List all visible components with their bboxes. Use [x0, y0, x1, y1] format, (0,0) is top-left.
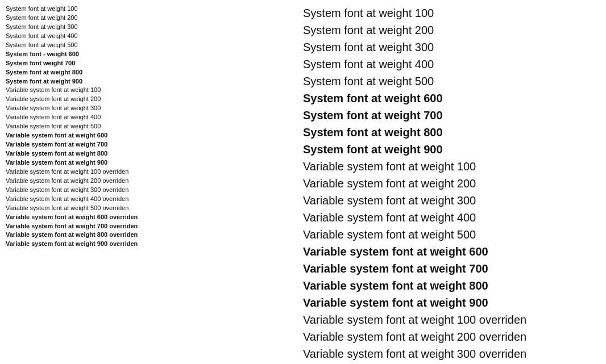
variable-font-sample: Variable system font at weight 500: [6, 122, 292, 131]
variable-font-sample: Variable system font at weight 200: [6, 95, 292, 104]
variable-font-sample-large: Variable system font at weight 100: [303, 158, 589, 175]
system-font-sample-large: System font at weight 600: [303, 90, 589, 107]
system-font-sample-large: System font at weight 100: [303, 5, 589, 22]
system-font-sample: System font at weight 800: [6, 68, 292, 77]
variable-font-sample: Variable system font at weight 600: [6, 131, 292, 140]
system-font-sample: System font at weight 400: [6, 32, 292, 41]
variable-font-sample: Variable system font at weight 100: [6, 86, 292, 95]
variable-overriden-font-sample: Variable system font at weight 200 overr…: [6, 177, 292, 186]
variable-overriden-font-sample: Variable system font at weight 700 overr…: [6, 222, 292, 231]
system-font-sample: System font - weight 600: [6, 50, 292, 59]
system-font-sample: System font at weight 500: [6, 41, 292, 50]
system-font-sample: System font at weight 200: [6, 14, 292, 23]
variable-overriden-font-sample: Variable system font at weight 900 overr…: [6, 240, 292, 249]
system-font-sample-large: System font at weight 300: [303, 39, 589, 56]
variable-overriden-font-sample: Variable system font at weight 400 overr…: [6, 195, 292, 204]
system-font-sample-large: System font at weight 700: [303, 107, 589, 124]
system-font-sample: System font at weight 900: [6, 77, 292, 86]
system-font-sample-large: System font at weight 400: [303, 56, 589, 73]
variable-overriden-font-sample: Variable system font at weight 300 overr…: [6, 186, 292, 195]
variable-font-sample: Variable system font at weight 300: [6, 104, 292, 113]
system-font-sample-large: System font at weight 500: [303, 73, 589, 90]
system-font-sample-large: System font at weight 200: [303, 22, 589, 39]
variable-overriden-font-sample: Variable system font at weight 100 overr…: [6, 168, 292, 177]
variable-overriden-font-sample-large: Variable system font at weight 200 overr…: [303, 328, 589, 345]
variable-font-sample: Variable system font at weight 800: [6, 149, 292, 158]
system-font-sample: System font at weight 300: [6, 23, 292, 32]
variable-overriden-font-sample-large: Variable system font at weight 100 overr…: [303, 311, 589, 328]
variable-font-sample-large: Variable system font at weight 600: [303, 243, 589, 260]
variable-font-sample: Variable system font at weight 900: [6, 158, 292, 168]
variable-font-sample-large: Variable system font at weight 300: [303, 192, 589, 209]
variable-font-sample-large: Variable system font at weight 200: [303, 175, 589, 192]
variable-font-sample: Variable system font at weight 400: [6, 113, 292, 122]
variable-font-sample-large: Variable system font at weight 400: [303, 209, 589, 226]
variable-font-sample-large: Variable system font at weight 900: [303, 294, 589, 311]
variable-overriden-font-sample: Variable system font at weight 500 overr…: [6, 204, 292, 213]
system-font-sample: System font at weight 100: [6, 5, 292, 14]
variable-overriden-font-sample: Variable system font at weight 800 overr…: [6, 231, 292, 240]
variable-font-sample-large: Variable system font at weight 500: [303, 226, 589, 243]
left-column: System font at weight 100System font at …: [6, 5, 303, 364]
variable-font-sample: Variable system font at weight 700: [6, 140, 292, 149]
variable-overriden-font-sample-large: Variable system font at weight 300 overr…: [303, 345, 589, 362]
system-font-sample-large: System font at weight 900: [303, 141, 589, 158]
variable-font-sample-large: Variable system font at weight 800: [303, 277, 589, 294]
right-column: System font at weight 100System font at …: [303, 5, 600, 364]
variable-overriden-font-sample: Variable system font at weight 600 overr…: [6, 213, 292, 222]
variable-font-sample-large: Variable system font at weight 700: [303, 260, 589, 277]
system-font-sample: System font weight 700: [6, 59, 292, 68]
system-font-sample-large: System font at weight 800: [303, 124, 589, 141]
